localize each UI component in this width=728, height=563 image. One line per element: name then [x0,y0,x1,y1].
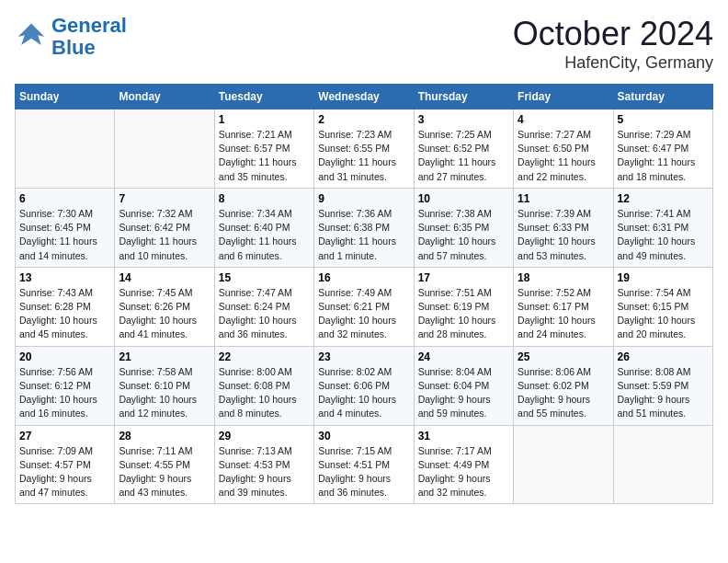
day-number: 18 [518,271,609,284]
day-number: 7 [119,192,210,205]
day-info: Sunrise: 8:06 AM Sunset: 6:02 PM Dayligh… [518,365,609,421]
day-info: Sunrise: 7:15 AM Sunset: 4:51 PM Dayligh… [318,444,409,500]
day-info: Sunrise: 7:56 AM Sunset: 6:12 PM Dayligh… [19,365,110,421]
calendar-cell: 21Sunrise: 7:58 AM Sunset: 6:10 PM Dayli… [115,346,214,425]
day-info: Sunrise: 7:49 AM Sunset: 6:21 PM Dayligh… [318,286,409,342]
calendar-cell: 11Sunrise: 7:39 AM Sunset: 6:33 PM Dayli… [514,188,613,267]
day-info: Sunrise: 7:27 AM Sunset: 6:50 PM Dayligh… [518,128,609,184]
day-info: Sunrise: 7:36 AM Sunset: 6:38 PM Dayligh… [318,207,409,263]
calendar-week-row: 6Sunrise: 7:30 AM Sunset: 6:45 PM Daylig… [16,188,713,267]
weekday-header: Saturday [613,85,712,109]
weekday-header: Friday [514,85,613,109]
calendar-cell: 14Sunrise: 7:45 AM Sunset: 6:26 PM Dayli… [115,267,214,346]
calendar-cell: 18Sunrise: 7:52 AM Sunset: 6:17 PM Dayli… [514,267,613,346]
day-number: 16 [318,271,409,284]
calendar-cell: 16Sunrise: 7:49 AM Sunset: 6:21 PM Dayli… [314,267,414,346]
calendar-cell: 27Sunrise: 7:09 AM Sunset: 4:57 PM Dayli… [16,425,115,504]
weekday-header: Sunday [16,85,115,109]
day-number: 2 [318,113,409,126]
day-number: 11 [518,192,609,205]
title-block: October 2024 HafenCity, Germany [513,15,713,73]
calendar-week-row: 27Sunrise: 7:09 AM Sunset: 4:57 PM Dayli… [16,425,713,504]
day-number: 25 [518,350,609,363]
day-info: Sunrise: 7:09 AM Sunset: 4:57 PM Dayligh… [19,444,110,500]
logo: General Blue [15,15,127,59]
day-number: 12 [618,192,709,205]
day-info: Sunrise: 8:04 AM Sunset: 6:04 PM Dayligh… [418,365,509,421]
calendar-cell: 29Sunrise: 7:13 AM Sunset: 4:53 PM Dayli… [214,425,313,504]
day-number: 29 [219,430,310,442]
day-info: Sunrise: 7:47 AM Sunset: 6:24 PM Dayligh… [219,286,310,342]
calendar-cell: 23Sunrise: 8:02 AM Sunset: 6:06 PM Dayli… [314,346,414,425]
location-title: HafenCity, Germany [513,53,713,73]
day-number: 23 [318,350,409,363]
calendar-cell: 22Sunrise: 8:00 AM Sunset: 6:08 PM Dayli… [214,346,313,425]
calendar-cell: 3Sunrise: 7:25 AM Sunset: 6:52 PM Daylig… [414,109,513,189]
calendar-cell: 26Sunrise: 8:08 AM Sunset: 5:59 PM Dayli… [613,346,712,425]
weekday-header: Tuesday [214,85,313,109]
day-info: Sunrise: 7:58 AM Sunset: 6:10 PM Dayligh… [119,365,210,421]
day-number: 3 [418,113,509,126]
day-info: Sunrise: 7:52 AM Sunset: 6:17 PM Dayligh… [518,286,609,342]
calendar-cell: 5Sunrise: 7:29 AM Sunset: 6:47 PM Daylig… [613,109,712,189]
logo-bird-icon [15,20,48,53]
day-number: 19 [618,271,709,284]
calendar-cell: 15Sunrise: 7:47 AM Sunset: 6:24 PM Dayli… [214,267,313,346]
day-number: 6 [19,192,110,205]
day-number: 24 [418,350,509,363]
calendar-cell: 31Sunrise: 7:17 AM Sunset: 4:49 PM Dayli… [414,425,513,504]
day-info: Sunrise: 7:34 AM Sunset: 6:40 PM Dayligh… [219,207,310,263]
weekday-header: Thursday [414,85,513,109]
day-number: 13 [19,271,110,284]
calendar-cell: 13Sunrise: 7:43 AM Sunset: 6:28 PM Dayli… [16,267,115,346]
calendar-table: SundayMondayTuesdayWednesdayThursdayFrid… [15,84,713,504]
day-number: 30 [318,430,409,442]
month-title: October 2024 [513,15,713,53]
calendar-cell: 4Sunrise: 7:27 AM Sunset: 6:50 PM Daylig… [514,109,613,189]
day-number: 5 [618,113,709,126]
calendar-cell: 30Sunrise: 7:15 AM Sunset: 4:51 PM Dayli… [314,425,414,504]
day-info: Sunrise: 7:51 AM Sunset: 6:19 PM Dayligh… [418,286,509,342]
day-number: 17 [418,271,509,284]
page-header: General Blue October 2024 HafenCity, Ger… [15,15,713,73]
day-info: Sunrise: 7:45 AM Sunset: 6:26 PM Dayligh… [119,286,210,342]
calendar-cell: 12Sunrise: 7:41 AM Sunset: 6:31 PM Dayli… [613,188,712,267]
calendar-header-row: SundayMondayTuesdayWednesdayThursdayFrid… [16,85,713,109]
logo-line1: General [51,14,127,37]
day-number: 14 [119,271,210,284]
day-number: 27 [19,430,110,442]
calendar-cell: 17Sunrise: 7:51 AM Sunset: 6:19 PM Dayli… [414,267,513,346]
day-info: Sunrise: 7:11 AM Sunset: 4:55 PM Dayligh… [119,444,210,500]
calendar-week-row: 13Sunrise: 7:43 AM Sunset: 6:28 PM Dayli… [16,267,713,346]
day-number: 9 [318,192,409,205]
calendar-cell: 24Sunrise: 8:04 AM Sunset: 6:04 PM Dayli… [414,346,513,425]
day-info: Sunrise: 8:08 AM Sunset: 5:59 PM Dayligh… [618,365,709,421]
calendar-cell: 28Sunrise: 7:11 AM Sunset: 4:55 PM Dayli… [115,425,214,504]
calendar-cell: 1Sunrise: 7:21 AM Sunset: 6:57 PM Daylig… [214,109,313,189]
day-info: Sunrise: 7:13 AM Sunset: 4:53 PM Dayligh… [219,444,310,500]
calendar-cell: 20Sunrise: 7:56 AM Sunset: 6:12 PM Dayli… [16,346,115,425]
calendar-cell [115,109,214,189]
calendar-cell: 8Sunrise: 7:34 AM Sunset: 6:40 PM Daylig… [214,188,313,267]
calendar-cell: 7Sunrise: 7:32 AM Sunset: 6:42 PM Daylig… [115,188,214,267]
weekday-header: Wednesday [314,85,414,109]
logo-text: General Blue [51,15,127,59]
day-info: Sunrise: 8:02 AM Sunset: 6:06 PM Dayligh… [318,365,409,421]
day-number: 26 [618,350,709,363]
day-info: Sunrise: 7:54 AM Sunset: 6:15 PM Dayligh… [618,286,709,342]
day-number: 21 [119,350,210,363]
day-info: Sunrise: 7:30 AM Sunset: 6:45 PM Dayligh… [19,207,110,263]
weekday-header: Monday [115,85,214,109]
calendar-week-row: 1Sunrise: 7:21 AM Sunset: 6:57 PM Daylig… [16,109,713,189]
day-info: Sunrise: 7:38 AM Sunset: 6:35 PM Dayligh… [418,207,509,263]
day-number: 4 [518,113,609,126]
day-info: Sunrise: 8:00 AM Sunset: 6:08 PM Dayligh… [219,365,310,421]
calendar-cell: 6Sunrise: 7:30 AM Sunset: 6:45 PM Daylig… [16,188,115,267]
logo-line2: Blue [51,36,96,59]
day-info: Sunrise: 7:23 AM Sunset: 6:55 PM Dayligh… [318,128,409,184]
calendar-cell [514,425,613,504]
day-info: Sunrise: 7:32 AM Sunset: 6:42 PM Dayligh… [119,207,210,263]
day-info: Sunrise: 7:29 AM Sunset: 6:47 PM Dayligh… [618,128,709,184]
day-number: 8 [219,192,310,205]
calendar-cell: 25Sunrise: 8:06 AM Sunset: 6:02 PM Dayli… [514,346,613,425]
